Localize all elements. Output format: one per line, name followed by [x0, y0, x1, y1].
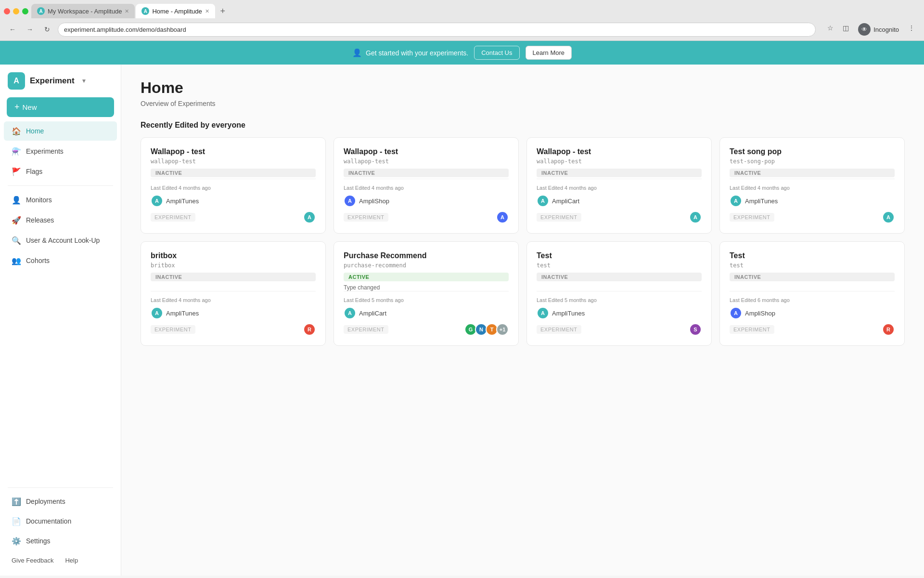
card-6-status: ACTIVE — [344, 273, 509, 281]
new-button-label: New — [23, 103, 37, 111]
card-8-avatars: R — [882, 323, 895, 336]
card-6-bottom: EXPERIMENT G N T +1 — [344, 323, 509, 336]
card-1-org-name: AmpliTunes — [166, 197, 199, 205]
split-view-icon[interactable]: ◫ — [839, 21, 852, 35]
card-6-footer: Last Edited 5 months ago A AmpliCart EXP… — [344, 291, 509, 336]
card-1-footer: Last Edited 4 months ago A AmpliTunes EX… — [151, 179, 316, 223]
sidebar-item-cohorts[interactable]: 👥 Cohorts — [4, 251, 117, 270]
card-2-title: Wallapop - test — [344, 147, 509, 156]
experiment-card-8[interactable]: Test test INACTIVE Last Edited 6 months … — [719, 241, 905, 346]
sidebar-item-experiments[interactable]: ⚗️ Experiments — [4, 142, 117, 161]
address-bar[interactable] — [58, 23, 816, 37]
experiment-card-3[interactable]: Wallapop - test wallapop-test INACTIVE L… — [526, 137, 712, 234]
card-1-last-edited: Last Edited 4 months ago — [151, 185, 316, 191]
contact-us-button[interactable]: Contact Us — [474, 46, 519, 60]
menu-icon[interactable]: ⋮ — [905, 21, 918, 35]
bottom-actions: Give Feedback Help — [0, 551, 121, 570]
experiment-card-1[interactable]: Wallapop - test wallapop-test INACTIVE L… — [141, 137, 326, 234]
sidebar-item-settings-label: Settings — [26, 537, 51, 545]
reload-button[interactable]: ↻ — [40, 23, 54, 36]
give-feedback-link[interactable]: Give Feedback — [8, 555, 57, 566]
card-8-org-name: AmpliShop — [745, 310, 775, 317]
maximize-window-button[interactable] — [22, 8, 28, 14]
tab-bar: A My Workspace - Amplitude ✕ A Home - Am… — [0, 0, 924, 18]
minimize-window-button[interactable] — [13, 8, 19, 14]
card-7-avatar-1: S — [689, 323, 702, 336]
card-4-footer: Last Edited 4 months ago A AmpliTunes EX… — [730, 179, 895, 223]
card-6-org-avatar: A — [344, 307, 356, 319]
card-8-bottom: EXPERIMENT R — [730, 323, 895, 336]
user-icon: 👤 — [352, 48, 362, 57]
cohorts-icon: 👥 — [12, 256, 21, 265]
card-1-avatars: A — [303, 211, 316, 223]
browser-controls: ← → ↻ ☆ ◫ 👁 Incognito ⋮ — [0, 18, 924, 40]
card-3-status: INACTIVE — [537, 169, 702, 177]
card-2-bottom: EXPERIMENT A — [344, 211, 509, 223]
back-button[interactable]: ← — [6, 23, 19, 36]
home-icon: 🏠 — [12, 126, 21, 136]
card-4-org-avatar: A — [730, 195, 742, 207]
tab-close-2[interactable]: ✕ — [205, 8, 209, 14]
sidebar-item-documentation[interactable]: 📄 Documentation — [4, 512, 117, 531]
sidebar-item-flags[interactable]: 🚩 Flags — [4, 162, 117, 181]
sidebar-item-monitors[interactable]: 👤 Monitors — [4, 190, 117, 210]
close-window-button[interactable] — [4, 8, 10, 14]
new-button[interactable]: + New — [7, 97, 114, 117]
sidebar-logo: A — [8, 72, 25, 90]
sidebar-item-home[interactable]: 🏠 Home — [4, 121, 117, 141]
card-4-title: Test song pop — [730, 147, 895, 156]
sidebar-item-documentation-label: Documentation — [26, 517, 71, 525]
card-2-footer: Last Edited 4 months ago A AmpliShop EXP… — [344, 179, 509, 223]
card-8-type: EXPERIMENT — [730, 325, 774, 334]
card-5-key: britbox — [151, 262, 316, 269]
card-3-avatars: A — [689, 211, 702, 223]
card-4-bottom: EXPERIMENT A — [730, 211, 895, 223]
card-4-last-edited: Last Edited 4 months ago — [730, 185, 895, 191]
card-2-type: EXPERIMENT — [344, 213, 388, 222]
card-8-key: test — [730, 262, 895, 269]
window-buttons — [4, 8, 28, 14]
card-4-key: test-song-pop — [730, 158, 895, 165]
card-1-status: INACTIVE — [151, 169, 316, 177]
user-account-icon: 🔍 — [12, 236, 21, 245]
card-7-type: EXPERIMENT — [537, 325, 581, 334]
learn-more-button[interactable]: Learn More — [526, 46, 572, 60]
tab-favicon-1: A — [37, 7, 45, 15]
card-1-key: wallapop-test — [151, 158, 316, 165]
card-1-avatar-1: A — [303, 211, 316, 223]
experiment-card-5[interactable]: britbox britbox INACTIVE Last Edited 4 m… — [141, 241, 326, 346]
experiment-card-7[interactable]: Test test INACTIVE Last Edited 5 months … — [526, 241, 712, 346]
sidebar-brand: Experiment — [30, 76, 75, 86]
card-6-avatars: G N T +1 — [464, 323, 509, 336]
experiment-card-4[interactable]: Test song pop test-song-pop INACTIVE Las… — [719, 137, 905, 234]
app-wrapper: 👤 Get started with your experiments. Con… — [0, 41, 924, 576]
tab-home-amplitude[interactable]: A Home - Amplitude ✕ — [136, 4, 215, 18]
sidebar-header: A Experiment ▼ — [0, 65, 121, 95]
experiment-card-6[interactable]: Purchase Recommend purchase-recommend AC… — [334, 241, 519, 346]
sidebar-item-releases[interactable]: 🚀 Releases — [4, 210, 117, 230]
documentation-icon: 📄 — [12, 516, 21, 526]
main-content: Home Overview of Experiments Recently Ed… — [121, 65, 924, 576]
section-title: Recently Edited by everyone — [141, 121, 905, 130]
card-3-last-edited: Last Edited 4 months ago — [537, 185, 702, 191]
card-7-org-avatar: A — [537, 307, 549, 319]
sidebar-item-cohorts-label: Cohorts — [26, 257, 50, 264]
tab-close-1[interactable]: ✕ — [125, 8, 129, 14]
cards-grid-row1: Wallapop - test wallapop-test INACTIVE L… — [141, 137, 905, 234]
card-8-last-edited: Last Edited 6 months ago — [730, 297, 895, 303]
help-link[interactable]: Help — [61, 555, 82, 566]
new-tab-button[interactable]: + — [216, 4, 230, 18]
experiment-card-2[interactable]: Wallapop - test wallapop-test INACTIVE L… — [334, 137, 519, 234]
incognito-button[interactable]: 👁 Incognito — [854, 21, 903, 38]
sidebar-item-deployments[interactable]: ⬆️ Deployments — [4, 492, 117, 511]
card-6-org-name: AmpliCart — [359, 310, 386, 317]
tab-my-workspace[interactable]: A My Workspace - Amplitude ✕ — [31, 4, 135, 18]
forward-button[interactable]: → — [23, 23, 37, 36]
card-5-org: A AmpliTunes — [151, 307, 316, 319]
card-7-footer: Last Edited 5 months ago A AmpliTunes EX… — [537, 291, 702, 336]
sidebar-item-settings[interactable]: ⚙️ Settings — [4, 531, 117, 551]
sidebar-dropdown-icon: ▼ — [81, 78, 87, 84]
card-5-title: britbox — [151, 251, 316, 260]
sidebar-item-user-account[interactable]: 🔍 User & Account Look-Up — [4, 231, 117, 250]
bookmark-icon[interactable]: ☆ — [823, 21, 837, 35]
